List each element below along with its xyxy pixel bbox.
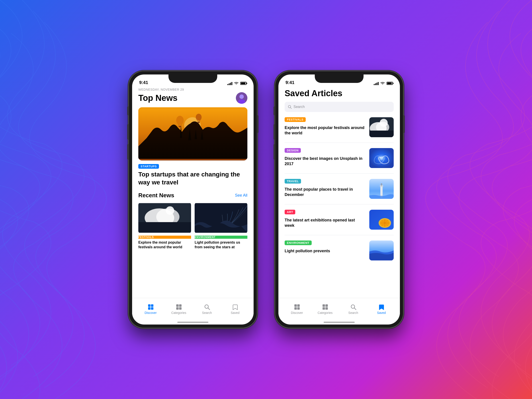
tab-search-1[interactable]: Search: [198, 304, 216, 315]
svg-rect-25: [176, 307, 179, 310]
tab-bar-1: Discover Categories: [132, 298, 253, 320]
article-title-3: The latest art exhibitions opened last w…: [285, 217, 366, 228]
tab-saved-1[interactable]: Saved: [226, 304, 244, 315]
svg-rect-49: [294, 307, 297, 310]
tab-categories-2[interactable]: Categories: [316, 304, 334, 315]
user-avatar-1[interactable]: [236, 92, 247, 104]
status-time-2: 9:41: [285, 80, 294, 85]
svg-rect-22: [151, 307, 153, 310]
search-bar[interactable]: Search: [285, 102, 394, 112]
article-item-1[interactable]: DESIGN Discover the best images on Unspl…: [285, 148, 394, 168]
recent-news-grid: FESTIVALS Explore the most popular festi…: [138, 202, 247, 250]
power-button: [257, 115, 259, 133]
volume-down-button: [127, 144, 129, 160]
search-placeholder-text: Search: [293, 105, 305, 109]
phone-1-title-row: Top News: [138, 92, 247, 104]
article-image-4: [369, 241, 394, 260]
article-item-0[interactable]: FESTIVALS Explore the most popular festi…: [285, 117, 394, 137]
divider-1: [285, 173, 394, 174]
recent-news-header: Recent News See All: [138, 192, 247, 199]
phone-1-screen: 9:41: [132, 75, 253, 324]
tab-search-label-1: Search: [202, 311, 212, 315]
article-image-0: [369, 117, 394, 137]
signal-icon-1: [228, 82, 232, 85]
article-image-2: [369, 179, 394, 199]
tab-categories-label-1: Categories: [171, 311, 186, 315]
notch-2: [315, 75, 364, 83]
hero-image[interactable]: [138, 107, 247, 160]
svg-point-1: [239, 95, 244, 99]
news-card-2[interactable]: ENVIRONMENT Light pollution prevents us …: [195, 202, 247, 250]
news-card-cat-1: FESTIVALS: [138, 236, 191, 239]
article-info-0: FESTIVALS Explore the most popular festi…: [285, 117, 366, 136]
article-item-2[interactable]: TRAVEL The most popular places to travel…: [285, 179, 394, 199]
hero-category-tag: STARTUPS: [138, 164, 159, 169]
tab-bar-2: Discover Categories: [279, 298, 400, 320]
article-item-3[interactable]: ART The latest art exhibitions opened la…: [285, 210, 394, 230]
article-title-1: Discover the best images on Unsplash in …: [285, 156, 366, 167]
svg-line-56: [354, 308, 356, 310]
hero-article-title[interactable]: Top startups that are changing the way w…: [138, 171, 247, 187]
svg-rect-48: [297, 304, 300, 307]
article-cat-1: DESIGN: [285, 148, 301, 153]
tab-search-label-2: Search: [348, 311, 358, 315]
phones-container: 9:41: [129, 71, 403, 328]
tab-categories-1[interactable]: Categories: [170, 304, 188, 315]
tab-search-2[interactable]: Search: [344, 304, 362, 315]
tab-discover-2[interactable]: Discover: [288, 304, 306, 315]
news-card-1[interactable]: FESTIVALS Explore the most popular festi…: [138, 202, 191, 250]
svg-rect-21: [148, 307, 151, 310]
article-info-1: DESIGN Discover the best images on Unspl…: [285, 148, 366, 167]
svg-rect-50: [297, 307, 300, 310]
tab-discover-1[interactable]: Discover: [142, 304, 160, 315]
battery-icon-2: [386, 82, 393, 85]
svg-rect-47: [294, 304, 297, 307]
svg-point-27: [205, 305, 208, 308]
wifi-icon-1: [234, 82, 239, 85]
article-item-4[interactable]: ENVIRONMENT Light pollution prevents: [285, 241, 394, 260]
silent-button-2: [273, 106, 275, 115]
search-bar-icon: [288, 105, 292, 109]
recent-news-title: Recent News: [138, 192, 174, 199]
svg-rect-41: [381, 183, 382, 185]
svg-line-30: [291, 108, 292, 109]
svg-rect-20: [151, 304, 153, 307]
svg-rect-24: [179, 304, 182, 307]
news-card-cat-2: ENVIRONMENT: [195, 236, 247, 239]
article-image-3: [369, 210, 394, 230]
svg-point-55: [351, 305, 355, 308]
home-indicator-2: [279, 320, 400, 324]
svg-rect-51: [323, 304, 325, 307]
svg-rect-19: [148, 304, 151, 307]
battery-icon-1: [240, 82, 247, 85]
article-info-3: ART The latest art exhibitions opened la…: [285, 210, 366, 228]
see-all-button[interactable]: See All: [235, 193, 247, 198]
phone-2-screen: 9:41: [279, 75, 400, 324]
phone-2: 9:41: [275, 71, 403, 328]
phone-1-date: WEDNESDAY, NOVEMBER 29: [138, 88, 247, 91]
status-time-1: 9:41: [139, 80, 148, 85]
phone-1-content: WEDNESDAY, NOVEMBER 29 Top News: [132, 87, 253, 324]
svg-rect-52: [325, 304, 328, 307]
tab-saved-label-2: Saved: [377, 311, 386, 315]
article-image-1: [369, 148, 394, 168]
svg-rect-35: [369, 131, 394, 137]
news-card-image-2: [195, 202, 247, 234]
svg-point-29: [288, 106, 291, 108]
news-card-title-1: Explore the most popular festivals aroun…: [138, 240, 191, 250]
article-info-4: ENVIRONMENT Light pollution prevents: [285, 241, 366, 253]
hero-category: STARTUPS: [138, 164, 247, 171]
svg-rect-17: [138, 222, 191, 233]
silent-button: [127, 106, 129, 115]
svg-rect-8: [179, 126, 181, 127]
notch-1: [168, 75, 217, 83]
status-icons-1: [228, 82, 247, 85]
tab-saved-2[interactable]: Saved: [373, 304, 390, 315]
svg-rect-26: [179, 307, 182, 310]
svg-rect-54: [325, 307, 328, 310]
svg-line-28: [208, 308, 210, 310]
svg-point-5: [176, 116, 184, 125]
svg-point-2: [238, 99, 245, 104]
phone-1-title: Top News: [138, 93, 177, 103]
phone-1-header: WEDNESDAY, NOVEMBER 29 Top News: [138, 87, 247, 107]
